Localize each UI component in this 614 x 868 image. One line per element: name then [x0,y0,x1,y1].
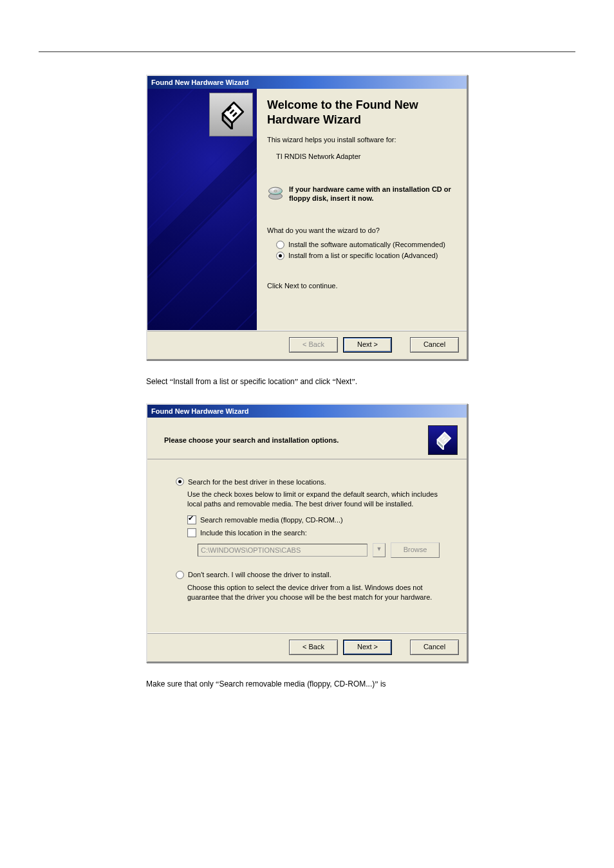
dialog2-buttonbar: < Back Next > Cancel [147,633,467,661]
click-next-text: Click Next to continue. [267,282,458,290]
cd-hint-text: If your hardware came with an installati… [289,185,458,203]
page-divider [39,51,575,52]
dialog2-header: Please choose your search and installati… [147,418,467,459]
cd-hint-row: If your hardware came with an installati… [267,185,458,203]
back-button: < Back [289,337,338,353]
hardware-icon [209,93,253,136]
next-button[interactable]: Next > [343,337,392,353]
hardware-icon [428,425,458,455]
radio-dont-search[interactable] [176,571,184,579]
radio-advanced-label: Install from a list or specific location… [288,252,438,259]
wizard-question: What do you want the wizard to do? [267,226,458,234]
check-removable[interactable] [187,515,196,524]
radio-dont-search-label: Don't search. I will choose the driver t… [188,571,331,578]
dialog1-buttonbar: < Back Next > Cancel [147,330,467,359]
path-dropdown-button: ▼ [373,543,386,557]
welcome-dialog: Found New Hardware Wizard Welcome to the… [146,75,468,360]
radio-dont-search-desc: Choose this option to select the device … [187,583,452,602]
dialog1-content: Welcome to the Found New Hardware Wizard… [257,89,467,330]
radio-advanced-row[interactable]: Install from a list or specific location… [276,252,458,260]
device-name: TI RNDIS Network Adapter [276,152,458,160]
radio-auto-row[interactable]: Install the software automatically (Reco… [276,241,458,249]
check-removable-row[interactable]: Search removable media (floppy, CD-ROM..… [187,515,452,524]
dialog2-header-title: Please choose your search and installati… [164,436,339,444]
dialog1-titlebar: Found New Hardware Wizard [147,76,467,89]
instruction-1: Select “Install from a list or specific … [146,377,468,387]
check-include-location-label: Include this location in the search: [200,529,307,537]
instruction-2: Make sure that only “Search removable me… [146,679,468,689]
radio-search-row[interactable]: Search for the best driver in these loca… [176,477,452,486]
path-input [198,544,367,557]
radio-dont-search-row[interactable]: Don't search. I will choose the driver t… [176,571,452,579]
option-search-block: Search for the best driver in these loca… [176,477,452,558]
dialog2-body: Search for the best driver in these loca… [147,459,467,633]
svg-point-2 [274,190,277,192]
dialog2-titlebar: Found New Hardware Wizard [147,405,467,418]
dialog1-body: Welcome to the Found New Hardware Wizard… [147,89,467,330]
cd-icon [267,185,284,201]
radio-search[interactable] [176,477,184,486]
cancel-button[interactable]: Cancel [410,640,459,655]
wizard-heading: Welcome to the Found New Hardware Wizard [267,98,458,127]
cancel-button[interactable]: Cancel [410,337,459,353]
radio-search-label: Search for the best driver in these loca… [188,478,326,486]
radio-auto-label: Install the software automatically (Reco… [288,241,445,248]
radio-search-desc: Use the check boxes below to limit or ex… [187,490,452,509]
wizard-intro-text: This wizard helps you install software f… [267,136,458,143]
browse-button: Browse [391,542,440,558]
radio-advanced[interactable] [276,252,284,260]
check-removable-label: Search removable media (floppy, CD-ROM..… [200,516,343,524]
check-include-location-row[interactable]: Include this location in the search: [187,528,452,537]
check-include-location[interactable] [187,528,196,537]
back-button[interactable]: < Back [289,640,338,655]
path-row: ▼ Browse [198,542,452,558]
wizard-side-art [147,89,257,330]
option-dont-search-block: Don't search. I will choose the driver t… [176,571,452,602]
search-options-dialog: Found New Hardware Wizard Please choose … [146,403,468,663]
radio-auto[interactable] [276,241,284,249]
next-button[interactable]: Next > [343,640,392,655]
